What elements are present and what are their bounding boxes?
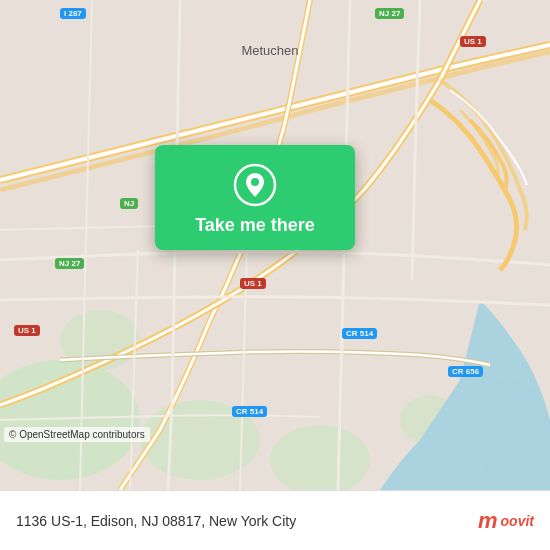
shield-cr656: CR 656: [448, 366, 483, 377]
pin-icon: [233, 163, 277, 207]
shield-cr514-mid: CR 514: [342, 328, 377, 339]
bottom-bar: 1136 US-1, Edison, NJ 08817, New York Ci…: [0, 490, 550, 550]
address-text: 1136 US-1, Edison, NJ 08817, New York Ci…: [16, 513, 468, 529]
app: Metuchen I 287 NJ 27 US 1 I 287 NJ NJ 27…: [0, 0, 550, 550]
shield-cr514-bot: CR 514: [232, 406, 267, 417]
svg-text:Metuchen: Metuchen: [241, 43, 298, 58]
moovit-brand-text: oovit: [501, 513, 534, 529]
moovit-m-letter: m: [478, 508, 498, 534]
map-container: Metuchen I 287 NJ 27 US 1 I 287 NJ NJ 27…: [0, 0, 550, 490]
shield-nj27-mid: NJ 27: [55, 258, 84, 269]
moovit-logo: m oovit: [478, 508, 534, 534]
shield-us1-left: US 1: [14, 325, 40, 336]
location-card: Take me there: [155, 145, 355, 250]
map-attribution: © OpenStreetMap contributors: [4, 427, 150, 442]
take-me-there-button[interactable]: Take me there: [195, 215, 315, 236]
shield-us1-mid: US 1: [240, 278, 266, 289]
svg-point-10: [251, 178, 259, 186]
shield-nj: NJ: [120, 198, 138, 209]
shield-nj27-top: NJ 27: [375, 8, 404, 19]
svg-point-6: [470, 380, 550, 480]
shield-i287-top: I 287: [60, 8, 86, 19]
shield-us1-top: US 1: [460, 36, 486, 47]
